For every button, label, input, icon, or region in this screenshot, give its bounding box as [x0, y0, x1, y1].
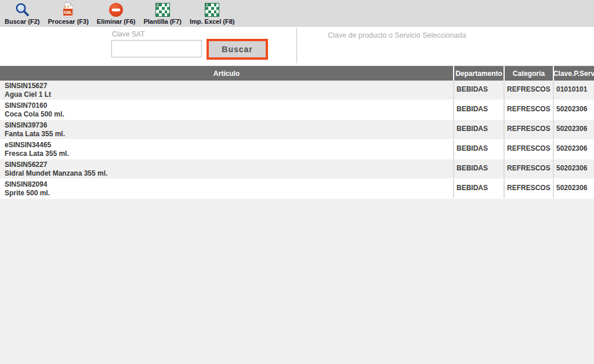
product-code: SINSIN82094: [5, 180, 453, 189]
cell-articulo: SINSIN56227 Sidral Mundet Manzana 355 ml…: [0, 159, 453, 179]
cell-clave-p-serv: 50202306: [553, 100, 594, 119]
cell-clave-p-serv: 01010101: [553, 81, 594, 100]
vertical-divider: [296, 28, 297, 63]
remove-icon: [108, 2, 124, 17]
product-description: Coca Cola 500 ml.: [5, 110, 453, 119]
cell-articulo: SINSIN39736 Fanta Lata 355 ml.: [0, 120, 453, 139]
toolbar-button-label: Eliminar (F6): [97, 18, 136, 25]
product-description: Sprite 500 ml.: [5, 189, 453, 198]
toolbar-button-buscar[interactable]: Buscar (F2): [5, 2, 40, 25]
search-panel: Clave SAT Buscar Clave de producto o Ser…: [0, 27, 594, 65]
column-header-clave-p-serv: Clave.P.Serv: [553, 66, 594, 81]
toolbar-button-plantilla[interactable]: X Plantilla (F7): [143, 2, 181, 25]
product-code: SINSIN15627: [5, 82, 453, 90]
table-body: SINSIN15627 Agua Ciel 1 Lt BEBIDAS REFRE…: [0, 81, 594, 199]
column-header-departamento: Departamento: [453, 66, 504, 81]
cell-categoria: REFRESCOS: [504, 140, 553, 159]
table-row[interactable]: SINSIN56227 Sidral Mundet Manzana 355 ml…: [0, 159, 594, 179]
table-header: Artículo Departamento Categoría Clave.P.…: [0, 65, 594, 81]
cell-clave-p-serv: 50202306: [553, 120, 594, 139]
toolbar-button-label: Imp. Excel (F8): [190, 18, 235, 25]
cell-categoria: REFRESCOS: [504, 179, 553, 198]
magnifier-icon: [15, 2, 30, 17]
table-row[interactable]: SINSIN82094 Sprite 500 ml. BEBIDAS REFRE…: [0, 179, 594, 199]
toolbar: Buscar (F2) XML Procesar (F3): [0, 0, 594, 27]
cell-categoria: REFRESCOS: [504, 120, 553, 139]
svg-text:X: X: [206, 3, 208, 6]
clave-sat-input[interactable]: [111, 40, 202, 57]
toolbar-button-imp-excel[interactable]: X Imp. Excel (F8): [190, 2, 235, 25]
cell-departamento: BEBIDAS: [453, 159, 504, 179]
column-header-articulo: Artículo: [0, 66, 453, 81]
product-code: SINSIN56227: [5, 161, 453, 169]
xml-file-icon: XML: [63, 2, 74, 17]
cell-articulo: eSINSIN34465 Fresca Lata 355 ml.: [0, 140, 453, 159]
table-row[interactable]: eSINSIN34465 Fresca Lata 355 ml. BEBIDAS…: [0, 140, 594, 159]
cell-categoria: REFRESCOS: [504, 159, 553, 179]
cell-articulo: SINSIN70160 Coca Cola 500 ml.: [0, 100, 453, 119]
cell-clave-p-serv: 50202306: [553, 159, 594, 179]
cell-categoria: REFRESCOS: [504, 100, 553, 119]
cell-clave-p-serv: 50202306: [553, 140, 594, 159]
cell-departamento: BEBIDAS: [453, 179, 504, 198]
toolbar-button-eliminar[interactable]: Eliminar (F6): [97, 2, 136, 25]
toolbar-button-label: Plantilla (F7): [143, 18, 181, 25]
toolbar-button-label: Procesar (F3): [48, 18, 89, 25]
toolbar-button-label: Buscar (F2): [5, 18, 40, 25]
table-row[interactable]: SINSIN15627 Agua Ciel 1 Lt BEBIDAS REFRE…: [0, 81, 594, 100]
product-code: eSINSIN34465: [5, 141, 453, 150]
table-row[interactable]: SINSIN70160 Coca Cola 500 ml. BEBIDAS RE…: [0, 100, 594, 120]
cell-departamento: BEBIDAS: [453, 81, 504, 100]
svg-text:X: X: [156, 3, 158, 6]
cell-departamento: BEBIDAS: [453, 140, 504, 159]
excel-grid-icon: X: [155, 2, 170, 17]
cell-categoria: REFRESCOS: [504, 81, 553, 100]
product-description: Agua Ciel 1 Lt: [5, 90, 453, 99]
app-window: Buscar (F2) XML Procesar (F3): [0, 0, 594, 364]
empty-area: [0, 199, 594, 364]
excel-grid-icon: X: [205, 2, 219, 17]
cell-articulo: SINSIN82094 Sprite 500 ml.: [0, 179, 453, 198]
toolbar-button-procesar[interactable]: XML Procesar (F3): [48, 2, 89, 25]
product-code: SINSIN39736: [5, 121, 453, 130]
cell-articulo: SINSIN15627 Agua Ciel 1 Lt: [0, 81, 453, 100]
clave-sat-label: Clave SAT: [112, 30, 144, 38]
product-description: Fresca Lata 355 ml.: [5, 150, 453, 158]
product-code: SINSIN70160: [5, 101, 453, 110]
cell-departamento: BEBIDAS: [453, 120, 504, 139]
product-description: Fanta Lata 355 ml.: [5, 130, 453, 139]
cell-departamento: BEBIDAS: [453, 100, 504, 119]
product-description: Sidral Mundet Manzana 355 ml.: [5, 169, 453, 178]
selected-clave-label: Clave de producto o Servicio Seleccionad…: [328, 31, 466, 39]
buscar-button[interactable]: Buscar: [207, 39, 268, 60]
svg-text:XML: XML: [63, 10, 73, 14]
cell-clave-p-serv: 50202306: [553, 179, 594, 198]
column-header-categoria: Categoría: [504, 66, 553, 81]
table-row[interactable]: SINSIN39736 Fanta Lata 355 ml. BEBIDAS R…: [0, 120, 594, 140]
